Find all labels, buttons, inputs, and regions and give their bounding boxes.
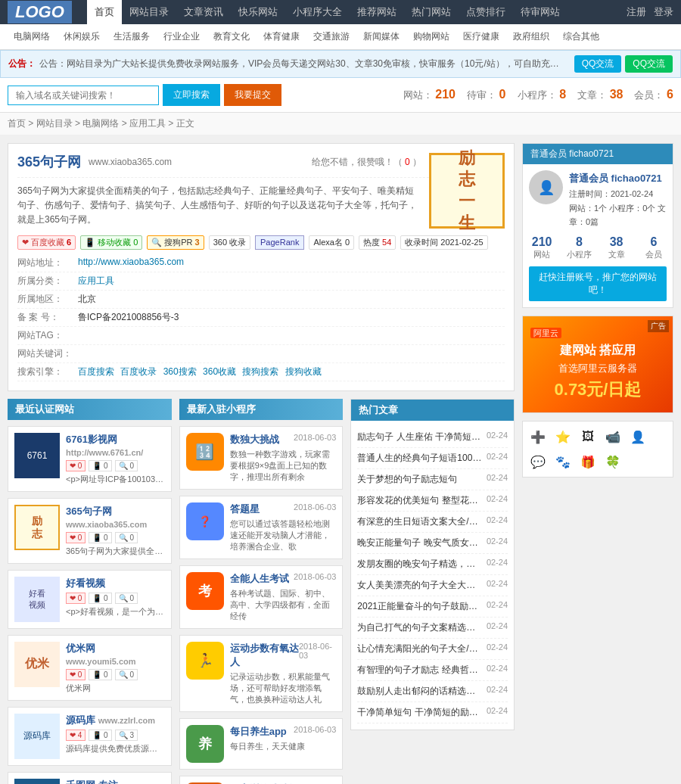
list-item: 优米 优米网 www.youmi5.com ❤ 0 📱 0 🔍 0 优米网 [8, 635, 172, 701]
cat-news[interactable]: 新闻媒体 [357, 28, 406, 45]
hot-article-link[interactable]: 关于梦想的句子励志短句 [357, 473, 483, 486]
list-item: 好看视频 好看视频 ❤ 0 📱 0 🔍 0 <p>好看视频，是一个为您+情网络展… [8, 570, 172, 629]
hot-article-link[interactable]: 让心情充满阳光的句子大全/关于心愿,阳光 [357, 642, 483, 655]
icon-clover[interactable]: 🍀 [602, 450, 624, 473]
hot-article-link[interactable]: 有智理的句子才励志 经典哲理语录 [357, 664, 483, 677]
engine-sogou-index[interactable]: 搜狗收藏 [285, 366, 322, 377]
site-logo-thumb: 源码库 [14, 714, 60, 759]
hot-article-item: 励志句子 人生座佑 干净简短的励志句子02-24 [357, 427, 508, 448]
hot-article-link[interactable]: 女人美美漂亮的句子大全大全/关于女人⒊ [357, 579, 483, 592]
cat-other[interactable]: 综合其他 [557, 28, 605, 45]
mini-prog-logo: 考 [186, 572, 224, 610]
meta-region: 所属地区： 北京 [17, 291, 505, 309]
engine-sogou-search[interactable]: 搜狗搜索 [242, 366, 278, 377]
qq-btn-2[interactable]: QQ交流 [625, 55, 673, 73]
engine-360-search[interactable]: 360搜索 [163, 366, 197, 377]
recent-sites-col: 最近认证网站 6761 6761影视网 http://www.6761.cn/ … [8, 399, 172, 784]
sidebar: 普通会员 fichao0721 👤 普通会员 fichao0721 注册时间：2… [522, 143, 673, 784]
announce-icon: 公告： [8, 58, 36, 70]
hot-article-item: 为自己打气的句子文案精选高短大全♥推荐02-24 [357, 618, 508, 639]
cat-travel[interactable]: 交通旅游 [307, 28, 356, 45]
icon-add[interactable]: ➕ [527, 425, 549, 448]
site-stats-bar: ❤ 百度收藏 6 📱 移动收藏 0 🔍 搜狗PR 3 360 收录 [17, 235, 505, 250]
nav-mini-prog[interactable]: 小程序大全 [285, 0, 350, 24]
main-content: 励志一生 365句子网 www.xiaoba365.com 给您不错，很赞哦！（… [8, 143, 515, 784]
nav-article[interactable]: 文章资讯 [176, 0, 231, 24]
mini-prog-logo: 🏃 [186, 642, 224, 680]
stat-mobile-collect: 📱 移动收藏 0 [80, 235, 142, 250]
mini-prog-item: ❓ 答题星2018-06-03 您可以通过该答题轻松地测速还能开发动脑人才潜能，… [179, 496, 344, 559]
hot-article-link[interactable]: 鼓励别人走出郁闷的话精选，相关散文 [357, 685, 483, 698]
icon-gift[interactable]: 🎁 [577, 450, 599, 473]
cat-industry[interactable]: 行业企业 [157, 28, 206, 45]
nav-hot-site[interactable]: 热门网站 [404, 0, 459, 24]
hot-article-link[interactable]: 普通人生的经典句子短语100句,关于人生最 [357, 452, 483, 465]
submit-button[interactable]: 我要提交 [224, 84, 281, 106]
cat-life[interactable]: 生活服务 [107, 28, 156, 45]
nav-pending[interactable]: 待审网站 [513, 0, 568, 24]
nav-quick-site[interactable]: 快乐网站 [231, 0, 285, 24]
cat-shopping[interactable]: 购物网站 [407, 28, 456, 45]
mini-stat: 小程序： 8 [518, 88, 567, 102]
list-item: 源码库 源码库 www.zzlrl.com ❤ 4 📱 0 🔍 3 源码库提供免… [8, 707, 172, 766]
hot-article-item: 有智理的句子才励志 经典哲理语录02-24 [357, 660, 508, 681]
register-promo-btn[interactable]: 赶快注册账号，推广您的网站吧！ [529, 266, 667, 301]
cat-sports[interactable]: 体育健康 [257, 28, 306, 45]
icon-star[interactable]: ⭐ [552, 425, 574, 448]
hot-articles-title: 热门文章 [351, 400, 514, 421]
hot-article-link[interactable]: 有深意的生日短语文案大全/相关买意.生日 [357, 515, 483, 528]
hot-article-link[interactable]: 晚安正能量句子 晚安气质女人拼发图 [357, 537, 483, 549]
list-item: 励志 365句子网 www.xiaoba365.com ❤ 0 📱 0 🔍 0 … [8, 498, 172, 564]
hot-article-link[interactable]: 干净简单短句 干净简短的励志句子 [357, 706, 483, 719]
mini-prog-logo: ❓ [186, 502, 224, 540]
nav-rank[interactable]: 点赞排行 [459, 0, 513, 24]
engine-baidu-index[interactable]: 百度收录 [120, 366, 157, 377]
user-stat-member: 6 会员 [641, 235, 667, 260]
recent-mini-title: 最新入驻小程序 [179, 399, 344, 420]
site-logo-thumb: 励志 [14, 505, 60, 550]
icon-chat[interactable]: 💬 [527, 450, 549, 473]
hot-article-link[interactable]: 为自己打气的句子文案精选高短大全♥推荐 [357, 621, 483, 634]
mini-prog-item: 🔢 数独大挑战2018-06-03 数独一种数字游戏，玩家需要根据9×9盘面上已… [179, 426, 344, 490]
icon-video[interactable]: 📹 [602, 425, 624, 448]
mini-prog-logo: 养 [186, 725, 224, 763]
nav-home[interactable]: 首页 [87, 0, 122, 24]
cat-gov[interactable]: 政府组织 [507, 28, 555, 45]
site-logo-thumb: 优米 [14, 642, 60, 687]
register-link[interactable]: 注册 [627, 5, 646, 19]
hot-article-link[interactable]: 形容发花的优美短句 整型花的心情短句 [357, 494, 483, 507]
hot-article-link[interactable]: 励志句子 人生座佑 干净简短的励志句子 [357, 431, 483, 443]
nav-site-dir[interactable]: 网站目录 [122, 0, 176, 24]
user-info: 👤 普通会员 fichao0721 注册时间：2021-02-24 网站：1个 … [529, 170, 667, 229]
announcement-bar: 公告： 公告：网站目录为广大站长提供免费收录网站服务，VIP会员每天递交网站30… [0, 50, 681, 78]
site-url-link[interactable]: http://www.xiaoba365.com [78, 257, 184, 267]
icon-paw[interactable]: 🐾 [552, 450, 574, 473]
login-link[interactable]: 登录 [654, 5, 673, 19]
breadcrumb: 首页 > 网站目录 > 电脑网络 > 应用工具 > 正文 [0, 113, 681, 135]
hot-article-item: 形容发花的优美短句 整型花的心情短句02-24 [357, 490, 508, 512]
qq-btn-1[interactable]: QQ交流 [574, 55, 622, 73]
search-input[interactable] [8, 86, 159, 105]
cat-education[interactable]: 教育文化 [207, 28, 256, 45]
hot-article-link[interactable]: 2021正能量奋斗的句子鼓励的话语短语 [357, 600, 483, 613]
cat-medical[interactable]: 医疗健康 [457, 28, 505, 45]
mini-prog-logo: 🔢 [186, 433, 224, 471]
site-rating: 给您不错，很赞哦！（ 0 ） [312, 156, 421, 169]
icon-image[interactable]: 🖼 [577, 425, 599, 448]
cat-computer[interactable]: 电脑网络 [8, 28, 56, 45]
site-cat-link[interactable]: 应用工具 [78, 275, 114, 286]
stat-baidu-collect: ❤ 百度收藏 6 [17, 235, 76, 250]
engine-baidu-search[interactable]: 百度搜索 [78, 366, 114, 377]
search-left: 立即搜索 我要提交 [8, 84, 281, 106]
user-stat-sites: 210 网站 [529, 235, 555, 260]
hot-article-link[interactable]: 发朋友圈的晚安句子精选，原创朋友圈.晚安 [357, 558, 483, 571]
meta-section: 网站地址： http://www.xiaoba365.com 所属分类： 应用工… [17, 254, 505, 381]
stat-google-pr: PageRank [255, 235, 304, 250]
stat-alexa: Alexa名 0 [309, 235, 354, 250]
icon-person[interactable]: 👤 [627, 425, 649, 448]
avatar: 👤 [529, 170, 563, 204]
nav-recommend[interactable]: 推荐网站 [350, 0, 404, 24]
cat-entertainment[interactable]: 休闲娱乐 [58, 28, 106, 45]
search-button[interactable]: 立即搜索 [163, 84, 220, 106]
engine-360-index[interactable]: 360收藏 [203, 366, 236, 377]
